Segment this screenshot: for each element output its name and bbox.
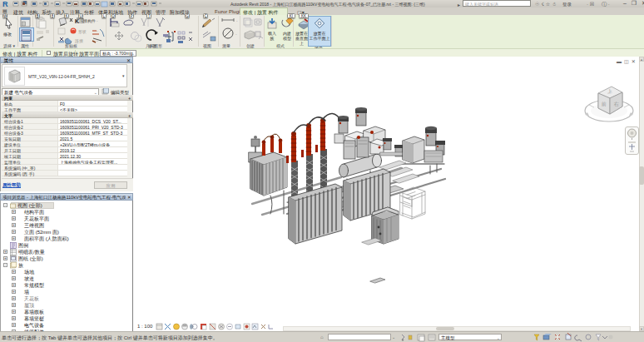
- svg-text:连接: 连接: [75, 38, 83, 43]
- svg-text:·: ·: [97, 18, 98, 23]
- svg-text:·: ·: [235, 32, 237, 37]
- svg-text:形状: 形状: [78, 29, 87, 34]
- svg-text:前: 前: [601, 102, 607, 107]
- svg-text:右: 右: [613, 101, 619, 107]
- svg-text:上: 上: [607, 89, 612, 94]
- svg-text:·: ·: [236, 18, 238, 23]
